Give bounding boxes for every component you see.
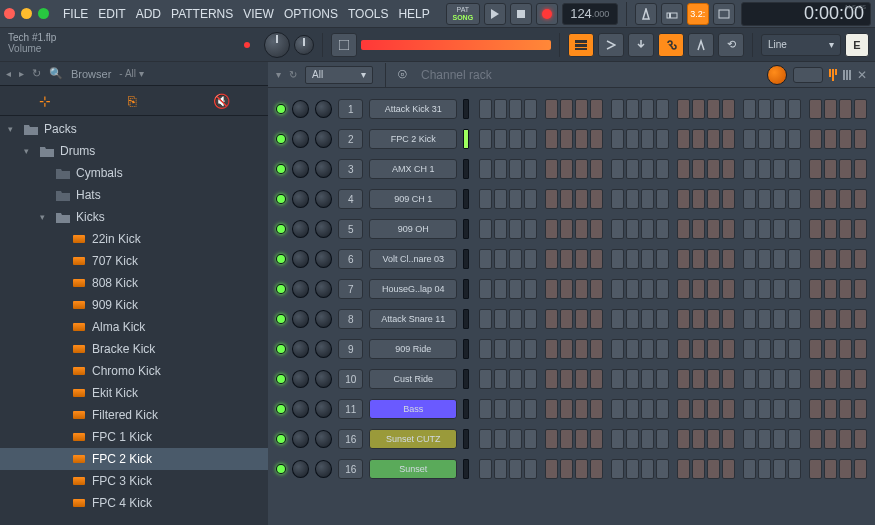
step[interactable]	[590, 129, 603, 149]
channel-name[interactable]: Attack Kick 31	[369, 99, 457, 119]
step[interactable]	[560, 129, 573, 149]
step[interactable]	[707, 159, 720, 179]
step[interactable]	[677, 459, 690, 479]
step[interactable]	[611, 459, 624, 479]
step[interactable]	[722, 279, 735, 299]
step[interactable]	[839, 279, 852, 299]
view-browser-button[interactable]	[688, 33, 714, 57]
step[interactable]	[626, 339, 639, 359]
tree-item[interactable]: FPC 2 Kick	[0, 448, 268, 470]
channel-select[interactable]	[463, 429, 469, 449]
step[interactable]	[692, 99, 705, 119]
step[interactable]	[479, 429, 492, 449]
step[interactable]	[707, 429, 720, 449]
step[interactable]	[758, 189, 771, 209]
step[interactable]	[509, 279, 522, 299]
channel-vol-knob[interactable]	[315, 400, 332, 418]
step[interactable]	[575, 189, 588, 209]
step[interactable]	[575, 249, 588, 269]
step[interactable]	[524, 369, 537, 389]
tree-item[interactable]: 22in Kick	[0, 228, 268, 250]
step[interactable]	[722, 399, 735, 419]
step[interactable]	[692, 429, 705, 449]
step[interactable]	[626, 459, 639, 479]
step[interactable]	[824, 99, 837, 119]
tempo-display[interactable]: 124.000	[562, 3, 618, 25]
step[interactable]	[656, 129, 669, 149]
step[interactable]	[773, 309, 786, 329]
step[interactable]	[839, 369, 852, 389]
channel-pan-knob[interactable]	[292, 280, 309, 298]
step[interactable]	[809, 399, 822, 419]
step[interactable]	[839, 219, 852, 239]
copy-icon[interactable]: ⎘	[128, 93, 136, 109]
menu-patterns[interactable]: PATTERNS	[167, 3, 237, 25]
step[interactable]	[809, 129, 822, 149]
step[interactable]	[590, 99, 603, 119]
step[interactable]	[590, 189, 603, 209]
channel-select[interactable]	[463, 129, 469, 149]
step[interactable]	[509, 129, 522, 149]
master-pitch-knob[interactable]	[294, 35, 314, 55]
step[interactable]	[809, 309, 822, 329]
tree-item[interactable]: FPC 4 Kick	[0, 492, 268, 514]
step[interactable]	[590, 219, 603, 239]
step[interactable]	[626, 189, 639, 209]
step[interactable]	[560, 99, 573, 119]
channel-name[interactable]: Cust Ride	[369, 369, 457, 389]
step[interactable]	[545, 189, 558, 209]
song-position-slider[interactable]	[361, 40, 551, 50]
step[interactable]	[677, 189, 690, 209]
step[interactable]	[743, 219, 756, 239]
step[interactable]	[626, 129, 639, 149]
step[interactable]	[809, 189, 822, 209]
step[interactable]	[677, 279, 690, 299]
step[interactable]	[611, 99, 624, 119]
step[interactable]	[590, 459, 603, 479]
channel-mute-led[interactable]	[276, 434, 286, 444]
step[interactable]	[626, 369, 639, 389]
step[interactable]	[611, 309, 624, 329]
step[interactable]	[692, 369, 705, 389]
channel-select[interactable]	[463, 309, 469, 329]
step[interactable]	[809, 249, 822, 269]
step[interactable]	[707, 189, 720, 209]
step[interactable]	[509, 249, 522, 269]
step[interactable]	[560, 309, 573, 329]
snap-dropdown[interactable]: Line▾	[761, 34, 841, 56]
channel-select[interactable]	[463, 219, 469, 239]
step[interactable]	[824, 159, 837, 179]
menu-tools[interactable]: TOOLS	[344, 3, 392, 25]
step[interactable]	[677, 249, 690, 269]
step[interactable]	[479, 129, 492, 149]
step[interactable]	[743, 369, 756, 389]
step[interactable]	[590, 279, 603, 299]
step[interactable]	[611, 399, 624, 419]
channel-select[interactable]	[463, 159, 469, 179]
step[interactable]	[707, 369, 720, 389]
step[interactable]	[692, 189, 705, 209]
step[interactable]	[824, 279, 837, 299]
step[interactable]	[788, 459, 801, 479]
step[interactable]	[788, 429, 801, 449]
step[interactable]	[758, 279, 771, 299]
step[interactable]	[692, 399, 705, 419]
step[interactable]	[743, 429, 756, 449]
step[interactable]	[758, 309, 771, 329]
view-channelrack-button[interactable]	[628, 33, 654, 57]
step[interactable]	[656, 189, 669, 209]
step[interactable]	[809, 459, 822, 479]
step[interactable]	[773, 399, 786, 419]
channel-mute-led[interactable]	[276, 314, 286, 324]
step[interactable]	[722, 339, 735, 359]
menu-edit[interactable]: EDIT	[94, 3, 129, 25]
step[interactable]	[692, 279, 705, 299]
step[interactable]	[677, 309, 690, 329]
step[interactable]	[560, 369, 573, 389]
step[interactable]	[824, 459, 837, 479]
step[interactable]	[773, 129, 786, 149]
step[interactable]	[656, 429, 669, 449]
step[interactable]	[560, 339, 573, 359]
step[interactable]	[626, 399, 639, 419]
channel-select[interactable]	[463, 279, 469, 299]
